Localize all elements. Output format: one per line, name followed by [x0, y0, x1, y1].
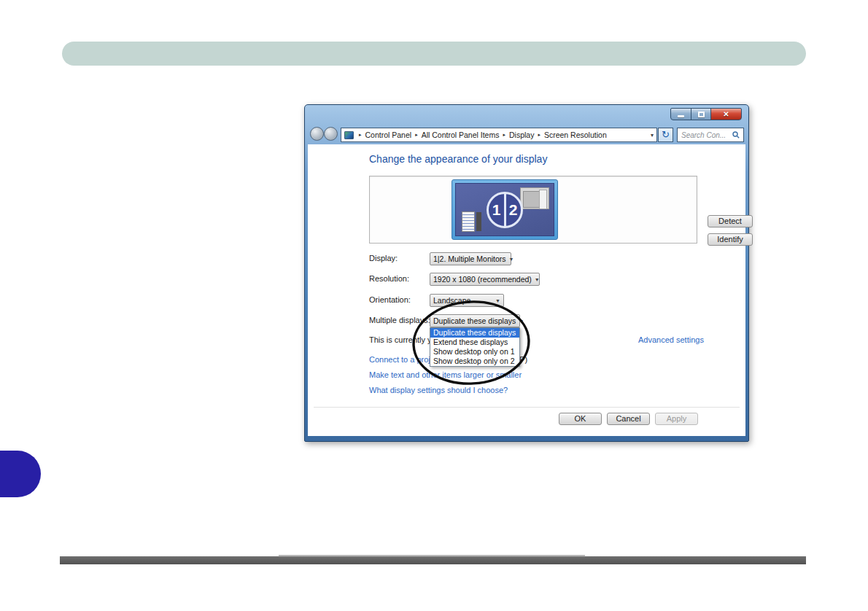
make-text-larger-link[interactable]: Make text and other items larger or smal… [369, 370, 522, 379]
advanced-settings-link[interactable]: Advanced settings [638, 335, 704, 344]
display-dropdown[interactable]: 1|2. Multiple Monitors ▼ [430, 252, 511, 265]
breadcrumb-arrow-icon: ▸ [538, 132, 540, 138]
chevron-down-icon: ▼ [519, 319, 524, 324]
option-show-only-1[interactable]: Show desktop only on 1 [430, 347, 519, 357]
resolution-dropdown-value: 1920 x 1080 (recommended) [433, 275, 532, 284]
monitor-2-label: 2 [506, 194, 521, 226]
back-button[interactable] [310, 127, 324, 141]
maximize-button[interactable] [691, 108, 711, 120]
window-content: Change the appearance of your display 1 … [308, 144, 745, 436]
breadcrumb-item-screen-resolution[interactable]: Screen Resolution [544, 131, 607, 139]
monitor-1-label: 1 [489, 194, 504, 226]
button-separator [314, 407, 740, 408]
breadcrumb-arrow-icon: ▸ [503, 132, 505, 138]
search-input[interactable]: Search Con... [677, 128, 744, 142]
chevron-down-icon: ▼ [495, 298, 500, 303]
desktop-window-icon [520, 187, 549, 209]
orientation-dropdown[interactable]: Landscape ▼ [430, 294, 504, 307]
multiple-displays-label: Multiple displays: [369, 316, 430, 324]
identify-button[interactable]: Identify [708, 233, 753, 246]
display-icon [344, 131, 354, 139]
chevron-down-icon: ▼ [509, 257, 514, 262]
display-label: Display: [369, 254, 398, 262]
page-header-bar [62, 42, 806, 66]
apply-button[interactable]: Apply [655, 413, 698, 425]
minimize-button[interactable] [670, 108, 691, 120]
breadcrumb[interactable]: ▸ Control Panel ▸ All Control Panel Item… [341, 128, 657, 142]
monitor-id-badge: 1 2 [487, 192, 523, 228]
search-icon [732, 131, 740, 139]
detect-button[interactable]: Detect [708, 215, 753, 227]
screen-resolution-window: ✕ ▸ Control Panel ▸ All Control Panel It… [304, 104, 749, 442]
forward-button[interactable] [324, 127, 338, 141]
monitor-preview-box: 1 2 Detect Identify [369, 176, 697, 244]
breadcrumb-arrow-icon: ▸ [415, 132, 418, 138]
page-title: Change the appearance of your display [369, 153, 547, 165]
address-dropdown-icon[interactable]: ▾ [651, 132, 654, 139]
close-icon: ✕ [723, 110, 729, 118]
multiple-displays-dropdown-value: Duplicate these displays [433, 316, 516, 325]
breadcrumb-item-control-panel[interactable]: Control Panel [365, 131, 412, 139]
breadcrumb-item-all-items[interactable]: All Control Panel Items [422, 131, 500, 139]
chevron-down-icon: ▼ [535, 277, 540, 282]
resolution-label: Resolution: [369, 274, 409, 283]
ok-button[interactable]: OK [559, 413, 602, 425]
refresh-icon: ↻ [662, 129, 670, 140]
multiple-displays-dropdown[interactable]: Duplicate these displays ▼ [430, 314, 520, 327]
orientation-label: Orientation: [369, 295, 411, 304]
monitor-screen: 1 2 [455, 183, 554, 236]
monitor-graphic[interactable]: 1 2 [452, 179, 558, 240]
refresh-button[interactable]: ↻ [658, 128, 673, 142]
page-number-tab [0, 451, 41, 497]
breadcrumb-item-display[interactable]: Display [509, 131, 534, 139]
search-placeholder: Search Con... [681, 131, 726, 139]
close-button[interactable]: ✕ [710, 108, 742, 120]
maximize-icon [698, 112, 705, 117]
connect-projector-link[interactable]: Connect to a projec [369, 355, 438, 364]
desktop-sidebar-icon [476, 212, 481, 231]
orientation-dropdown-value: Landscape [433, 296, 470, 305]
cancel-button[interactable]: Cancel [607, 413, 650, 425]
multiple-displays-options-list: Duplicate these displays Extend these di… [430, 327, 520, 367]
option-duplicate-displays[interactable]: Duplicate these displays [430, 328, 519, 338]
manual-page: ✕ ▸ Control Panel ▸ All Control Panel It… [0, 0, 868, 611]
page-footer-bar [60, 556, 806, 564]
minimize-icon [678, 115, 684, 117]
display-dropdown-value: 1|2. Multiple Monitors [433, 254, 506, 263]
option-show-only-2[interactable]: Show desktop only on 2 [430, 357, 519, 366]
resolution-dropdown[interactable]: 1920 x 1080 (recommended) ▼ [430, 273, 540, 286]
caption-button-group: ✕ [671, 108, 742, 120]
address-bar: ▸ Control Panel ▸ All Control Panel Item… [305, 125, 748, 144]
desktop-gadget-icon [462, 211, 475, 232]
breadcrumb-arrow-icon: ▸ [359, 132, 362, 138]
option-extend-displays[interactable]: Extend these displays [430, 338, 519, 347]
what-settings-link[interactable]: What display settings should I choose? [369, 386, 508, 394]
